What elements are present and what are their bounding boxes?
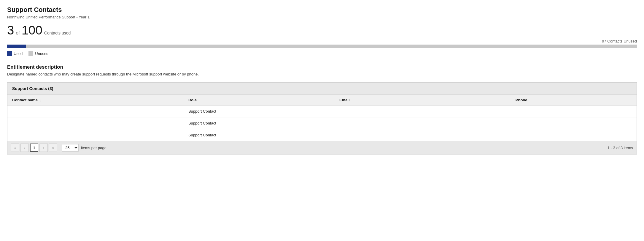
count-label: Contacts used	[44, 31, 71, 35]
unused-swatch	[28, 51, 33, 56]
contacts-count-row: 3 of 100 Contacts used	[7, 24, 637, 37]
pagination-controls: « ‹ 1 › »	[11, 144, 57, 152]
legend-row: Used Unused	[7, 51, 637, 56]
items-per-page-selector: 25 50 100 items per page	[62, 144, 106, 152]
cell-contact-name	[7, 117, 184, 129]
table-section-header: Support Contacts (3)	[7, 83, 637, 95]
used-swatch	[7, 51, 12, 56]
sort-icon-contact-name: ↓	[40, 98, 42, 102]
used-label: Used	[14, 51, 23, 56]
page-title: Support Contacts	[7, 6, 637, 14]
col-header-phone: Phone	[511, 95, 637, 105]
cell-phone	[511, 117, 637, 129]
last-page-button[interactable]: »	[49, 144, 57, 152]
per-page-select[interactable]: 25 50 100	[62, 144, 79, 152]
table-header-row: Contact name ↓ Role Email Phone	[7, 95, 637, 105]
cell-role: Support Contact	[184, 105, 335, 117]
cell-email	[335, 117, 511, 129]
progress-bar-container	[7, 45, 637, 48]
count-used: 3	[7, 24, 14, 37]
cell-role: Support Contact	[184, 129, 335, 141]
cell-role: Support Contact	[184, 117, 335, 129]
cell-contact-name	[7, 105, 184, 117]
cell-phone	[511, 105, 637, 117]
prev-page-button[interactable]: ‹	[20, 144, 29, 152]
support-contacts-table: Contact name ↓ Role Email Phone Support …	[7, 95, 637, 141]
cell-email	[335, 105, 511, 117]
legend-used: Used	[7, 51, 23, 56]
col-header-contact-name[interactable]: Contact name ↓	[7, 95, 184, 105]
count-of: of	[16, 30, 20, 36]
progress-bar-fill	[7, 45, 26, 48]
cell-email	[335, 129, 511, 141]
pagination-bar: « ‹ 1 › » 25 50 100 items per page 1 - 3…	[7, 141, 637, 154]
page-subtitle: Northwind Unified Performance Support - …	[7, 15, 637, 19]
support-contacts-table-wrapper: Support Contacts (3) Contact name ↓ Role…	[7, 82, 637, 155]
unused-count-label: 97 Contacts Unused	[7, 39, 637, 43]
current-page-button[interactable]: 1	[30, 144, 38, 152]
first-page-button[interactable]: «	[11, 144, 19, 152]
legend-unused: Unused	[28, 51, 48, 56]
table-row: Support Contact	[7, 117, 637, 129]
unused-label: Unused	[35, 51, 48, 56]
cell-phone	[511, 129, 637, 141]
col-header-role: Role	[184, 95, 335, 105]
items-per-page-label: items per page	[81, 146, 106, 150]
table-row: Support Contact	[7, 105, 637, 117]
entitlement-section: Entitlement description Designate named …	[7, 64, 637, 76]
next-page-button[interactable]: ›	[39, 144, 48, 152]
count-total: 100	[22, 24, 42, 37]
pagination-left: « ‹ 1 › » 25 50 100 items per page	[11, 144, 106, 152]
entitlement-description: Designate named contacts who may create …	[7, 72, 637, 76]
table-row: Support Contact	[7, 129, 637, 141]
col-header-email: Email	[335, 95, 511, 105]
pagination-range: 1 - 3 of 3 items	[608, 146, 633, 150]
entitlement-title: Entitlement description	[7, 64, 637, 70]
cell-contact-name	[7, 129, 184, 141]
